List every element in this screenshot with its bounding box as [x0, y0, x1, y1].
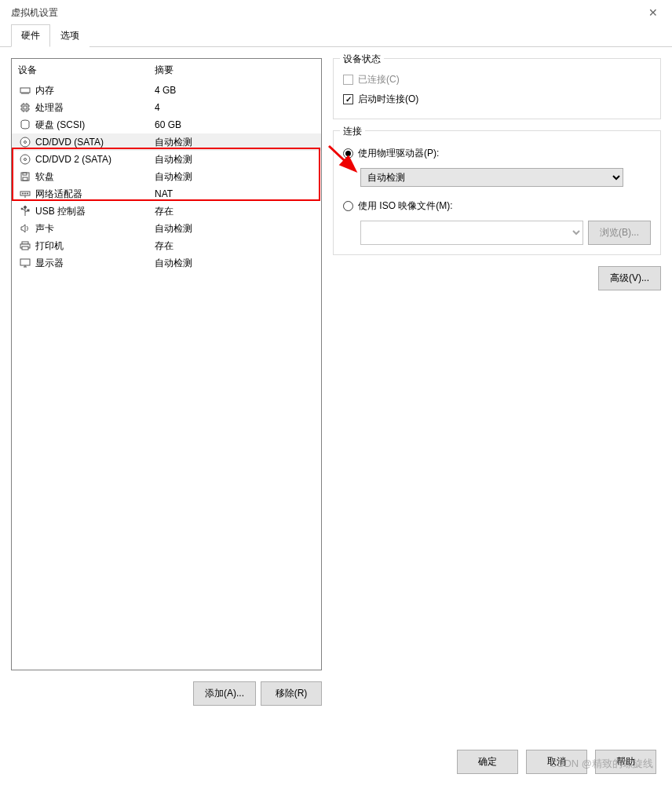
titlebar: 虚拟机设置 ✕: [0, 0, 672, 24]
network-icon: [18, 187, 32, 201]
window-title: 虚拟机设置: [11, 6, 58, 20]
use-iso-label: 使用 ISO 映像文件(M):: [358, 199, 453, 213]
device-table: 设备 摘要 内存4 GB处理器4硬盘 (SCSI)60 GBCD/DVD (SA…: [11, 58, 322, 670]
table-row[interactable]: 硬盘 (SCSI)60 GB: [12, 116, 321, 133]
use-physical-row[interactable]: 使用物理驱动器(P):: [343, 142, 651, 165]
device-status-group: 设备状态 已连接(C) 启动时连接(O): [333, 58, 661, 119]
connected-checkbox-row: 已连接(C): [343, 70, 651, 89]
device-summary: 自动检测: [148, 257, 321, 270]
use-physical-radio[interactable]: [343, 148, 353, 159]
device-summary: 自动检测: [148, 153, 321, 166]
browse-button[interactable]: 浏览(B)...: [588, 221, 651, 245]
device-name: 网络适配器: [35, 188, 82, 201]
advanced-button[interactable]: 高级(V)...: [598, 266, 661, 290]
cd-icon: [18, 152, 32, 166]
device-name: CD/DVD (SATA): [35, 137, 104, 148]
device-status-title: 设备状态: [340, 53, 384, 66]
connected-label: 已连接(C): [358, 73, 400, 86]
connect-poweron-label: 启动时连接(O): [358, 93, 418, 106]
cd-icon: [18, 135, 32, 149]
device-name: 显示器: [35, 257, 64, 270]
table-row[interactable]: 软盘自动检测: [12, 168, 321, 185]
floppy-icon: [18, 170, 32, 184]
physical-drive-select[interactable]: 自动检测: [360, 168, 623, 187]
display-icon: [18, 256, 32, 270]
memory-icon: [18, 83, 32, 97]
use-iso-row[interactable]: 使用 ISO 映像文件(M):: [343, 195, 651, 217]
disk-icon: [18, 118, 32, 132]
svg-point-25: [22, 193, 23, 194]
header-summary[interactable]: 摘要: [148, 61, 321, 79]
device-summary: 存在: [148, 239, 321, 253]
svg-rect-37: [22, 246, 28, 250]
table-row[interactable]: 显示器自动检测: [12, 254, 321, 272]
svg-rect-38: [20, 259, 30, 265]
table-row[interactable]: 内存4 GB: [12, 82, 321, 99]
svg-rect-34: [27, 210, 29, 211]
connected-checkbox: [343, 75, 353, 85]
device-summary: 4 GB: [148, 85, 321, 96]
sound-icon: [18, 221, 32, 236]
table-row[interactable]: CD/DVD (SATA)自动检测: [12, 133, 321, 151]
close-button[interactable]: ✕: [641, 5, 666, 20]
table-header: 设备 摘要: [12, 59, 321, 82]
use-iso-radio[interactable]: [343, 201, 353, 211]
ok-button[interactable]: 确定: [457, 750, 518, 774]
svg-point-27: [27, 193, 27, 194]
add-button[interactable]: 添加(A)...: [193, 681, 256, 706]
table-row[interactable]: 声卡自动检测: [12, 220, 321, 237]
connection-title: 连接: [340, 125, 365, 138]
remove-button[interactable]: 移除(R): [261, 681, 322, 706]
connect-poweron-row[interactable]: 启动时连接(O): [343, 89, 651, 109]
device-summary: 4: [148, 102, 321, 113]
tab-options[interactable]: 选项: [50, 24, 89, 47]
dialog-footer: 确定 取消 帮助: [457, 750, 656, 774]
device-name: USB 控制器: [35, 205, 86, 218]
device-summary: NAT: [148, 188, 321, 199]
svg-rect-0: [20, 88, 30, 93]
svg-point-17: [20, 137, 30, 147]
svg-rect-6: [22, 104, 28, 111]
printer-icon: [18, 239, 32, 253]
device-name: CD/DVD 2 (SATA): [35, 154, 111, 165]
cpu-icon: [18, 100, 32, 115]
tabs: 硬件 选项: [0, 24, 672, 47]
cancel-button[interactable]: 取消: [526, 750, 587, 774]
device-name: 打印机: [35, 239, 64, 253]
help-button[interactable]: 帮助: [595, 750, 656, 774]
use-physical-label: 使用物理驱动器(P):: [358, 147, 439, 160]
device-summary: 自动检测: [148, 170, 321, 184]
device-name: 声卡: [35, 222, 54, 236]
svg-point-33: [21, 208, 23, 210]
svg-point-30: [24, 206, 27, 209]
tab-hardware[interactable]: 硬件: [11, 24, 50, 47]
table-row[interactable]: 打印机存在: [12, 237, 321, 254]
iso-file-select[interactable]: [360, 221, 583, 245]
svg-point-19: [20, 155, 30, 164]
device-name: 处理器: [35, 101, 64, 115]
svg-point-26: [24, 193, 25, 194]
table-row[interactable]: 处理器4: [12, 99, 321, 116]
header-device[interactable]: 设备: [12, 61, 148, 79]
device-name: 软盘: [35, 170, 54, 184]
table-row[interactable]: USB 控制器存在: [12, 203, 321, 220]
table-row[interactable]: 网络适配器NAT: [12, 185, 321, 203]
device-summary: 自动检测: [148, 222, 321, 236]
device-name: 硬盘 (SCSI): [35, 119, 85, 132]
device-summary: 存在: [148, 205, 321, 218]
connect-poweron-checkbox[interactable]: [343, 94, 353, 104]
table-row[interactable]: CD/DVD 2 (SATA)自动检测: [12, 151, 321, 168]
device-summary: 自动检测: [148, 136, 321, 149]
usb-icon: [18, 204, 32, 218]
device-name: 内存: [35, 84, 54, 97]
device-summary: 60 GB: [148, 119, 321, 130]
connection-group: 连接 使用物理驱动器(P): 自动检测 使用 ISO 映像文件(M): 浏览(B…: [333, 130, 661, 255]
